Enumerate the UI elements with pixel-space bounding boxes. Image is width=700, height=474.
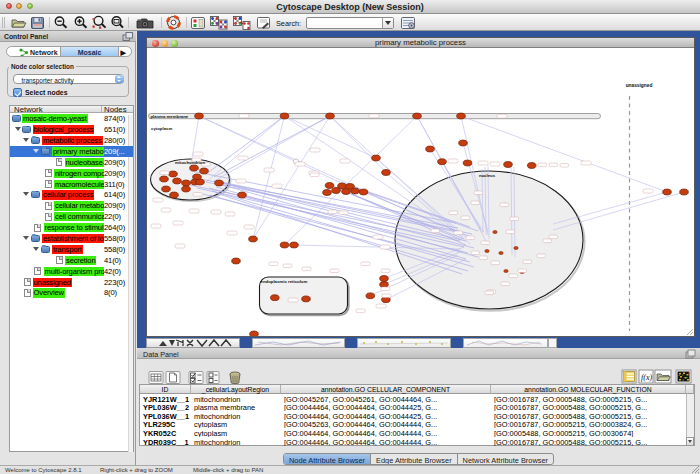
svg-text:f(x): f(x) bbox=[641, 373, 652, 382]
svg-text:unassigned: unassigned bbox=[626, 83, 653, 88]
svg-text:endoplasmic reticulum: endoplasmic reticulum bbox=[261, 279, 308, 284]
svg-text:plasma membrane: plasma membrane bbox=[151, 114, 189, 119]
svg-text:mitochondrion: mitochondrion bbox=[175, 160, 205, 165]
svg-text:nucleus: nucleus bbox=[479, 173, 496, 178]
svg-text:cytoplasm: cytoplasm bbox=[151, 126, 172, 131]
